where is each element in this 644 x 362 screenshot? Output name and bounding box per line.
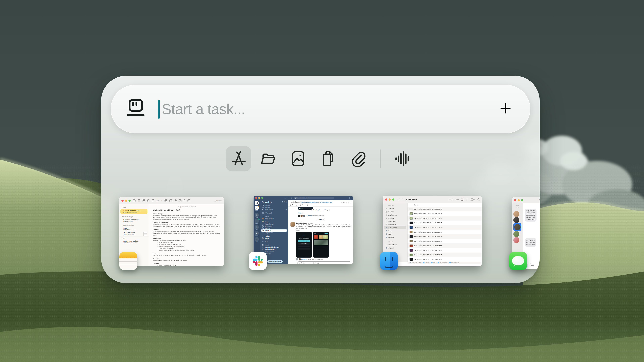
message-bubble: Hey we're scouple roadwe can do a bbox=[525, 238, 536, 247]
notes-list-item: Jose 7/17/25 Microwave bbox=[119, 227, 149, 231]
slack-search: Search Perplexity bbox=[294, 197, 334, 199]
path-bar: Macintosh HD›Users›phil›Documents›Screen… bbox=[408, 262, 482, 264]
slack-channel-item bbox=[260, 234, 288, 235]
message-bubble: Hey love! Wcome over tprojects anddinner… bbox=[525, 209, 536, 222]
app-picker-icon[interactable] bbox=[230, 150, 247, 167]
note-attachment-thumb bbox=[144, 232, 147, 237]
slack-channel-item: Mobile bbox=[260, 237, 288, 239]
folder-icon[interactable] bbox=[260, 150, 277, 167]
notes-app-icon[interactable] bbox=[120, 252, 137, 270]
file-row: Screenshot 2025-08-13 at 6.02.03 PM bbox=[408, 211, 482, 216]
slack-app-icon[interactable] bbox=[249, 252, 267, 270]
message: Sebastian Speier7:43 AM I noticed in sig… bbox=[288, 222, 353, 260]
copy-documents-icon[interactable] bbox=[319, 150, 337, 167]
image-icon[interactable] bbox=[290, 150, 307, 167]
note-section: Lighting Three matte black pendants over… bbox=[152, 252, 221, 256]
file-row: Screenshot 2025-08-13 at 5.39.11 PM bbox=[408, 243, 482, 248]
slack-channel-item: Drafts & sent 18 bbox=[260, 209, 288, 211]
workspace-switcher: Perplexity ⚙ bbox=[260, 201, 288, 204]
file-previews: Sign in or create an account Continue wi… bbox=[296, 232, 351, 258]
finder-sidebar-item: Applications bbox=[383, 213, 407, 217]
note-date: August 14, 2025 at 4:03 PM bbox=[152, 206, 221, 208]
icon-divider bbox=[380, 149, 380, 168]
finder-sidebar-item: Favorites bbox=[383, 204, 407, 207]
notes-list-item: 2020 bbox=[119, 236, 149, 240]
channel-tab: Files bbox=[300, 204, 305, 206]
members-icon: ☻ bbox=[340, 201, 342, 203]
file-row: Screenshot 2025-08-13 at 6.01.48 PM bbox=[408, 225, 482, 230]
file-row: Screenshot 2025-08-13 at 6.02.00 PM bbox=[408, 216, 482, 221]
date-divider-today: Today bbox=[316, 218, 325, 221]
finder-sidebar-item: Desktop bbox=[383, 217, 407, 220]
finder-sidebar-item: Documents bbox=[383, 220, 407, 223]
voice-waveform-icon[interactable] bbox=[394, 150, 411, 167]
note-section: Appliances Upgrade to stainless steel, e… bbox=[152, 238, 221, 251]
notes-list-item: Concrete contractor Monday Testing bbox=[119, 218, 149, 223]
add-button[interactable]: + bbox=[500, 98, 512, 118]
path-item: Screenshots bbox=[449, 262, 459, 264]
slack-channel-item: VIP unreads bbox=[260, 212, 288, 214]
finder-sidebar-item: Recents bbox=[383, 210, 407, 213]
channel-tabs: MessagesFilesPins bbox=[288, 204, 353, 207]
path-item: Users› bbox=[423, 262, 430, 264]
trash-icon bbox=[148, 199, 150, 202]
slack-channel-item: design-lounge bbox=[260, 223, 288, 225]
huddle-icon: ∩ bbox=[346, 201, 347, 203]
date-divider: Tuesday, August 19th bbox=[312, 209, 330, 211]
path-item: Documents› bbox=[438, 262, 448, 264]
slack-channel-item: Henry Modisett bbox=[260, 217, 288, 220]
note-bullet: •Panel-ready dishwasher bbox=[152, 247, 221, 249]
file-row: Screenshot 2025-08-13 at 5.09.10 PM bbox=[408, 257, 482, 262]
task-input[interactable]: Start a task... + bbox=[111, 85, 530, 133]
file-row: Screenshot 2025-08-13 at 6.01.51 PM bbox=[408, 221, 482, 225]
conversation-avatar bbox=[513, 231, 520, 237]
slack-channel-item: Product bbox=[260, 235, 288, 237]
gallery-view-icon bbox=[142, 199, 145, 202]
file-row: Screenshot 2025-08-13 at 5.41.35 PM bbox=[408, 230, 482, 234]
messages-app-icon[interactable] bbox=[509, 252, 527, 270]
message-feed: ▶0:41 Tuesday, August 19th ♥3 ☺ 10 repli… bbox=[288, 207, 353, 264]
slack-channel-item: design-team bbox=[260, 225, 288, 227]
task-launcher-panel: Start a task... + bbox=[101, 76, 540, 283]
slack-channel-item bbox=[260, 220, 288, 221]
notes-list-item: 407 Gooseneck 7/15/25 Contractor bbox=[119, 231, 149, 236]
finder-sidebar-item: Screenshots bbox=[384, 226, 406, 229]
note-content: August 14, 2025 at 4:03 PM Kitchen Remod… bbox=[149, 204, 224, 266]
channel-tab: Messages bbox=[290, 204, 298, 206]
slack-channel-item: Threads bbox=[260, 204, 288, 206]
note-section: Timeline •Week 1: Demolition & prep•Week… bbox=[152, 263, 221, 266]
note-bullet: •Week 1: Demolition & prep bbox=[152, 265, 221, 266]
path-item: Macintosh HD› bbox=[410, 262, 422, 264]
history-arrows: ←→◷ bbox=[285, 197, 292, 199]
traffic-lights bbox=[122, 200, 131, 202]
slack-channel-item bbox=[260, 243, 288, 244]
finder-title: Screenshots bbox=[406, 198, 417, 200]
channel-header: design-pd https://www.notion.so/perplexi… bbox=[288, 200, 353, 204]
notes-list-item: Kitchen Remodel Pla... 4:03 PM Scope & S… bbox=[120, 209, 148, 214]
note-bullet: •Undermount stainless steel sink with pu… bbox=[152, 249, 221, 251]
finder-app-icon[interactable] bbox=[380, 252, 398, 270]
paperclip-icon[interactable] bbox=[349, 150, 366, 167]
search-icon bbox=[477, 198, 479, 200]
thread-summary-2: 8 replies Last reply today at 9:43 AM bbox=[296, 258, 351, 260]
markup-icon bbox=[174, 199, 176, 202]
finder-sidebar-item: macOS bbox=[383, 236, 407, 239]
note-title: Kitchen Remodel Plan – Draft bbox=[152, 209, 221, 211]
slack-titlebar: ←→◷ Search Perplexity ? bbox=[254, 196, 353, 200]
rail-item-home: ⌂Home bbox=[255, 206, 258, 211]
conversation-avatar bbox=[513, 211, 520, 217]
tag-icon bbox=[466, 198, 468, 201]
workspace-logo bbox=[255, 201, 258, 205]
conversation-avatar bbox=[513, 223, 522, 231]
channel-topic-link: https://www.notion.so/perplexity-ai/Prod… bbox=[302, 201, 332, 203]
slack-window-thumbnail[interactable]: ←→◷ Search Perplexity ? ⌂Home ✉DMs ◔96Ac… bbox=[254, 196, 353, 264]
reactions-row: ♥3 ☺ bbox=[298, 212, 353, 214]
note-bullet: •36" French door fridge bbox=[152, 242, 221, 244]
lock-icon bbox=[290, 202, 292, 203]
help-icon: ? bbox=[349, 197, 351, 199]
list-view-icon bbox=[449, 199, 452, 200]
notes-list-item: Previous 7 Days bbox=[119, 215, 149, 218]
notes-list-item: Today bbox=[119, 205, 149, 209]
note-section: Flooring Wide-plank engineered oak to ma… bbox=[152, 257, 221, 261]
slack-channel-item: comet-mobile-internal bbox=[260, 246, 288, 248]
